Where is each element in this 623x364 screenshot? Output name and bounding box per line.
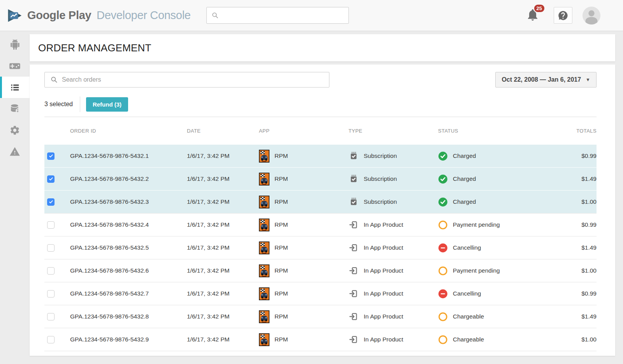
google-play-logo-icon [5,7,23,24]
order-total: $1.00 [547,267,597,274]
row-checkbox[interactable] [47,198,55,206]
check-icon [48,176,54,182]
row-checkbox[interactable] [47,221,55,229]
app-name: RPM [275,198,288,205]
sidebar-item-alerts[interactable] [0,141,30,162]
row-checkbox[interactable] [47,244,55,252]
app-name: RPM [275,244,288,251]
app-name: RPM [275,336,288,343]
order-id: GPA.1234-5678-9876-5432.8 [70,313,187,320]
page-title-bar: ORDER MANAGEMENT [30,34,615,61]
status-label: Charged [453,152,476,159]
order-id: GPA.1234-5678-9876-5432.9 [70,336,187,343]
status-pending-icon [438,312,448,322]
table-row[interactable]: GPA.1234-5678-9876-5432.9 1/6/17, 3:42 P… [44,328,597,351]
order-total: $1.49 [547,175,597,182]
column-header-date: DATE [187,128,259,134]
order-date: 1/6/17, 3:42 PM [187,267,259,274]
global-search-box[interactable] [206,7,349,24]
row-checkbox[interactable] [47,175,55,183]
global-search-input[interactable] [222,7,348,23]
order-date: 1/6/17, 3:42 PM [187,221,259,228]
search-icon [211,12,219,19]
status-label: Charged [453,175,476,182]
table-header-row: ORDER ID DATE APP TYPE STATUS TOTALS [44,117,597,145]
sidebar-item-order-management[interactable] [0,77,30,98]
check-icon [48,199,54,205]
status-charged-icon [438,174,448,184]
status-label: Payment pending [453,267,500,274]
date-range-selector[interactable]: Oct 22, 2008 — Jan 6, 2017 ▼ [495,72,597,88]
help-button[interactable] [554,7,572,24]
order-date: 1/6/17, 3:42 PM [187,244,259,251]
in-app-product-icon [348,334,359,345]
table-row[interactable]: GPA.1234-5678-9876-5432.2 1/6/17, 3:42 P… [44,168,597,191]
database-icon [9,103,20,114]
order-total: $0.99 [547,290,597,297]
status-label: Payment pending [453,221,500,228]
column-header-app: APP [259,128,348,134]
notification-badge: 25 [533,4,545,13]
status-charged-icon [438,151,448,161]
status-pending-icon [438,335,448,345]
table-row[interactable]: GPA.1234-5678-9876-5432.5 1/6/17, 3:42 P… [44,236,597,259]
account-avatar[interactable] [583,7,600,24]
table-row[interactable]: GPA.1234-5678-9876-5432.7 1/6/17, 3:42 P… [44,282,597,305]
brand-primary: Google Play [27,9,91,21]
chevron-down-icon: ▼ [586,77,590,82]
row-checkbox[interactable] [47,152,55,160]
status-label: Charged [453,198,476,205]
type-label: In App Product [364,290,403,297]
type-label: In App Product [364,267,403,274]
app-icon [259,219,269,231]
order-id: GPA.1234-5678-9876-5432.7 [70,290,187,297]
sidebar-item-apps[interactable] [0,34,30,55]
order-id: GPA.1234-5678-9876-5432.2 [70,175,187,182]
status-label: Cancelling [453,244,481,251]
status-cancelling-icon [438,243,448,253]
row-checkbox[interactable] [47,336,55,343]
table-row[interactable]: GPA.1234-5678-9876-5432.1 1/6/17, 3:42 P… [44,145,597,168]
sidebar-item-games[interactable] [0,55,30,77]
subscription-icon [348,197,359,207]
app-icon [259,242,269,254]
table-row[interactable]: GPA.1234-5678-9876-5432.8 1/6/17, 3:42 P… [44,305,597,328]
type-label: In App Product [364,244,403,251]
notifications-button[interactable]: 25 [526,8,540,23]
order-id: GPA.1234-5678-9876-5432.3 [70,198,187,205]
sidebar-item-settings[interactable] [0,119,30,141]
row-checkbox[interactable] [47,267,55,275]
order-id: GPA.1234-5678-9876-5432.1 [70,152,187,159]
order-total: $0.99 [547,221,597,228]
help-icon [558,10,568,21]
orders-search-input[interactable] [62,72,329,87]
divider [80,96,80,112]
app-name: RPM [275,313,288,320]
order-id: GPA.1234-5678-9876-5432.4 [70,221,187,228]
sidebar-item-reports[interactable] [0,98,30,119]
table-body: GPA.1234-5678-9876-5432.1 1/6/17, 3:42 P… [44,145,597,351]
app-icon [259,333,269,346]
table-row[interactable]: GPA.1234-5678-9876-5432.3 1/6/17, 3:42 P… [44,191,597,214]
orders-search-box[interactable] [44,72,329,88]
warning-icon [9,146,20,157]
column-header-totals: TOTALS [547,128,597,134]
in-app-product-icon [348,266,359,276]
order-date: 1/6/17, 3:42 PM [187,152,259,159]
app-name: RPM [275,175,288,182]
brand: Google Play Developer Console [27,9,191,22]
selected-count-label: 3 selected [44,101,73,108]
app-icon [259,287,269,300]
order-total: $1.00 [547,198,597,205]
order-date: 1/6/17, 3:42 PM [187,290,259,297]
refund-button[interactable]: Refund (3) [86,97,128,112]
table-row[interactable]: GPA.1234-5678-9876-5432.6 1/6/17, 3:42 P… [44,259,597,282]
order-id: GPA.1234-5678-9876-5432.5 [70,244,187,251]
order-id: GPA.1234-5678-9876-5432.6 [70,267,187,274]
status-pending-icon [438,220,448,230]
row-checkbox[interactable] [47,313,55,320]
subscription-icon [348,174,359,184]
row-checkbox[interactable] [47,290,55,298]
table-row[interactable]: GPA.1234-5678-9876-5432.4 1/6/17, 3:42 P… [44,214,597,236]
orders-table: ORDER ID DATE APP TYPE STATUS TOTALS GPA… [44,117,597,351]
